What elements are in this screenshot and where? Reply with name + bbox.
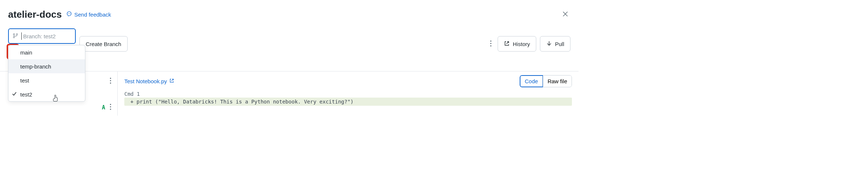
close-icon	[562, 10, 569, 19]
create-branch-button[interactable]: Create Branch	[79, 36, 128, 52]
svg-point-15	[110, 80, 111, 81]
text-cursor	[21, 32, 22, 40]
svg-point-2	[69, 14, 69, 14]
svg-point-3	[70, 14, 70, 14]
file-name-label: Test Notebook.py	[124, 78, 167, 84]
branch-item-label: test	[20, 77, 29, 84]
branch-item-main[interactable]: main	[8, 45, 85, 59]
svg-point-7	[13, 36, 15, 38]
branch-item-label: temp-branch	[20, 63, 51, 70]
svg-point-19	[110, 109, 111, 110]
kebab-icon	[110, 77, 111, 85]
send-feedback-label: Send feedback	[74, 11, 111, 18]
diff-pane: Test Notebook.py Code Raw file	[118, 71, 579, 116]
check-icon	[11, 91, 17, 98]
toolbar-overflow-button[interactable]	[488, 38, 494, 50]
external-link-icon	[169, 78, 174, 84]
history-button[interactable]: History	[498, 36, 536, 52]
view-mode-toggle: Code Raw file	[520, 75, 572, 87]
svg-point-6	[13, 34, 15, 35]
svg-point-16	[110, 83, 111, 84]
pull-label: Pull	[555, 41, 564, 47]
svg-point-10	[490, 43, 491, 44]
branch-item-test2[interactable]: test2	[8, 87, 85, 101]
file-open-link[interactable]: Test Notebook.py	[124, 78, 174, 84]
create-branch-label: Create Branch	[86, 41, 121, 47]
history-label: History	[513, 41, 530, 47]
external-link-icon	[504, 41, 510, 48]
view-code-button[interactable]: Code	[520, 75, 543, 87]
svg-point-11	[490, 45, 491, 46]
branch-item-label: test2	[20, 91, 32, 98]
branch-input[interactable]: Branch: test2	[23, 33, 56, 39]
kebab-icon	[110, 103, 111, 111]
file-row-overflow-button[interactable]	[107, 101, 114, 113]
branch-item-label: main	[20, 49, 32, 56]
send-feedback-link[interactable]: Send feedback	[66, 11, 111, 18]
branch-selector[interactable]: Branch: test2	[8, 28, 76, 44]
svg-point-8	[16, 34, 18, 35]
close-button[interactable]	[560, 9, 570, 20]
page-title: atelier-docs	[8, 9, 62, 20]
svg-point-18	[110, 106, 111, 107]
download-arrow-icon	[546, 41, 552, 48]
branch-icon	[13, 33, 18, 40]
branch-item-temp-branch[interactable]: temp-branch	[8, 59, 85, 73]
view-raw-label: Raw file	[548, 78, 567, 84]
svg-line-12	[506, 42, 509, 44]
comment-icon	[66, 11, 72, 18]
svg-point-9	[490, 40, 491, 41]
svg-point-1	[68, 14, 68, 14]
branch-dropdown-menu: main temp-branch test test2	[8, 45, 85, 102]
diff-added-line: + print ("Hello, Databricks! This is a P…	[124, 98, 572, 106]
branch-item-test[interactable]: test	[8, 73, 85, 87]
kebab-icon	[490, 40, 492, 48]
view-code-label: Code	[525, 78, 538, 84]
cmd-label: Cmd 1	[124, 91, 572, 97]
view-raw-button[interactable]: Raw file	[543, 75, 572, 87]
svg-point-14	[110, 78, 111, 79]
svg-line-20	[171, 79, 173, 81]
file-status-added-badge: A	[102, 104, 105, 111]
pull-button[interactable]: Pull	[540, 36, 570, 52]
svg-point-17	[110, 104, 111, 105]
file-tree-overflow-button[interactable]	[107, 75, 114, 87]
